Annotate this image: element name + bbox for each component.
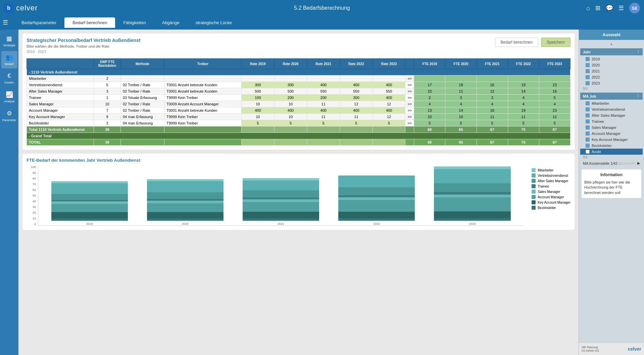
rp-checkbox-trainee[interactable] [586,119,590,123]
row-rate1: 400 [242,107,275,114]
sidebar-item-parameter[interactable]: ⚙ Parameter [1,107,17,124]
legend-item-sales: Sales Manager [532,190,571,194]
bar-bezirksleiter-2022 [338,218,415,221]
rp-section-jahr[interactable]: Jahr ⋮ [580,48,643,55]
rp-checkbox-bezirksleiter[interactable] [586,144,590,148]
row-fte5: 5 [539,95,570,101]
row-rate5: 12 [373,114,405,120]
row-name: Bezirksleiter [27,120,94,126]
col-fte2019-header: FTE 2019 [414,59,445,69]
rp-checkbox-keyaccount[interactable] [586,138,590,142]
total-rate4 [340,126,373,133]
rp-majob-bezirksleiter[interactable]: Bezirksleiter [580,143,643,149]
row-fte4 [508,75,539,82]
col-rate2022-header: Rate 2022 [340,59,373,69]
strategic-section-title: Strategischer Personalbedarf Vertrieb Au… [27,38,140,43]
rp-majob-vertrieb[interactable]: Vertriebsinnendienst [580,106,643,112]
sidebar-item-bedarf[interactable]: 👥 Bedarf [1,51,17,68]
sidebar-item-strategie[interactable]: ▦ Strategie [1,32,17,50]
tab-bedarfsparameter[interactable]: Bedarfsparameter [13,17,64,28]
rp-checkbox-account[interactable] [586,132,590,136]
rp-checkbox-aftersales[interactable] [586,113,590,117]
chat-icon[interactable]: 💬 [606,4,613,12]
bar-aftersales-2020 [147,192,224,199]
bar-bezirksleiter-2023 [434,218,510,221]
row-treiber: T0001 Anzahl betreute Kunden [164,82,242,88]
rp-majob-label-bezirksleiter: Bezirksleiter [592,144,612,148]
bar-keyaccount-2019 [51,212,128,218]
grand-total-fte1: 60 [414,139,445,146]
table-row: After Sales Manager 3 02 Treiber / Rate … [27,88,571,95]
legend-label-trainee: Trainee [538,185,549,188]
rp-checkbox-2023[interactable] [586,81,590,85]
rp-checkbox-sales[interactable] [586,125,590,130]
total-row: Total 1110 Vertrieb Außendienst 39 60 65… [27,126,571,133]
rp-majob-trainee[interactable]: Trainee [580,118,643,124]
rp-year-label-2019: 2019 [592,57,600,61]
legend-color-bezirksleiter [532,206,536,210]
rp-year-label-2021: 2021 [592,69,600,73]
x-label-2019: 2019 [86,222,93,225]
grand-total-fte3: 67 [477,139,508,146]
legend-color-mitarbeiter [532,168,536,172]
total-methode [121,126,164,133]
bedarf-berechnen-button[interactable]: Bedarf berechnen [495,38,538,47]
rp-section-majob[interactable]: MA Job ⋮ [580,93,643,100]
bar-sales-2020 [147,201,224,203]
rp-majob-mitarbeiter[interactable]: Mitarbeiter [580,100,643,106]
speichern-button[interactable]: Speichern [541,38,571,47]
bar-group-2020: 2020 [137,160,233,225]
total-fte5: 87 [539,126,570,133]
rp-majob-aftersales[interactable]: After Sales Manager [580,112,643,118]
tab-abgaenge[interactable]: Abgänge [154,17,188,28]
legend-item-mitarbeiter: Mitarbeiter [532,168,571,172]
rp-checkbox-2021[interactable] [586,69,590,73]
row-rate4: 300 [340,95,373,101]
bar-account-2021 [243,202,319,212]
y-label: 60 [27,188,36,192]
dashboard-icon[interactable]: ⊞ [595,4,600,12]
menu-icon[interactable]: ☰ [618,4,624,12]
row-fte1: 10 [414,88,445,95]
tab-faehigkeiten[interactable]: Fähigkeiten [115,17,154,28]
total-fte1: 60 [414,126,445,133]
rp-checkbox-2019[interactable] [586,57,590,61]
rp-majob-keyaccount[interactable]: Key Account Manager [580,137,643,143]
rp-checkbox-vertrieb[interactable] [586,107,590,111]
row-rate1: 300 [242,82,275,88]
row-fte4: 4 [508,95,539,101]
row-rate5: 12 [373,101,405,107]
bar-bezirksleiter-2019 [51,218,128,221]
rp-majob-account[interactable]: Account Manager [580,131,643,137]
rp-majob-azubi[interactable]: Azubi [580,149,643,155]
rp-kostenstelle-arrow[interactable]: ▶ [637,161,640,165]
tab-bedarf-berechnen[interactable]: Bedarf berechnen [64,17,115,28]
hamburger-icon[interactable]: ☰ [3,19,8,26]
sidebar-item-analyse[interactable]: 📈 Analyse [1,88,17,106]
legend-label-keyaccount: Key Account Manager [538,201,571,204]
tab-strategische-luecke[interactable]: strategische Lücke [188,17,240,28]
rp-checkbox-2022[interactable] [586,75,590,79]
rp-checkbox-2020[interactable] [586,63,590,67]
rp-checkbox-mitarbeiter[interactable] [586,101,590,105]
avatar[interactable]: SE [629,3,640,13]
rp-year-2021[interactable]: 2021 [580,68,643,74]
main-data-table: SWP FTE Basisdaten Methode Treiber Rate … [27,58,571,146]
home-icon[interactable]: ⌂ [586,5,590,12]
row-fte2: 5 [445,120,477,126]
y-label: 80 [27,177,36,180]
rp-checkbox-azubi[interactable] [586,150,590,154]
legend-label-sales: Sales Manager [538,190,560,194]
sidebar-item-kosten[interactable]: € Kosten [1,70,17,87]
row-rate5: 400 [373,95,405,101]
row-treiber [164,75,242,82]
rp-majob-sales[interactable]: Sales Manager [580,124,643,131]
rp-year-label-2023: 2023 [592,81,600,85]
row-fte4: 5 [508,120,539,126]
rp-year-2023[interactable]: 2023 [580,80,643,86]
rp-year-2022[interactable]: 2022 [580,74,643,80]
rp-ma-kostenstelle[interactable]: MA Kostenstelle 1/42 ▶ [580,160,643,167]
row-rate3 [307,75,340,82]
rp-year-2019[interactable]: 2019 [580,56,643,62]
rp-year-2020[interactable]: 2020 [580,62,643,68]
